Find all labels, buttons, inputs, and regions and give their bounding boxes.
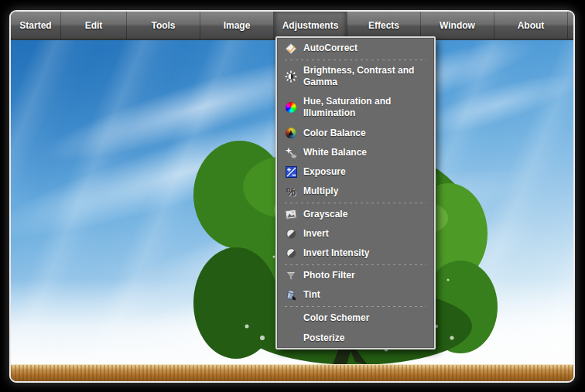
- menu-option-label: Multiply: [303, 186, 427, 197]
- invert-icon: [284, 227, 298, 240]
- menu-option-autocorrect[interactable]: AutoCorrect: [277, 39, 434, 58]
- menu-item-adjustments[interactable]: Adjustments: [273, 12, 347, 39]
- menu-item-effects[interactable]: Effects: [347, 12, 420, 39]
- no-icon: [284, 312, 298, 325]
- menu-option-label: Posterize: [303, 332, 427, 344]
- menu-bar-spacer: [567, 12, 573, 39]
- menu-item-label: Adjustments: [282, 20, 339, 31]
- menu-option-label: Grayscale: [303, 209, 427, 220]
- menu-option-posterize[interactable]: Posterize: [277, 328, 434, 348]
- menu-item-window[interactable]: Window: [420, 12, 494, 39]
- menu-separator: [285, 264, 426, 265]
- adjustments-menu: AutoCorrect Brightness, Contrast and Gam…: [275, 36, 436, 349]
- menu-item-label: Edit: [85, 20, 103, 31]
- tint-icon: [284, 288, 298, 302]
- menu-option-color-schemer[interactable]: Color Schemer: [277, 308, 434, 328]
- menu-bar: Started Edit Tools Image Adjustments Eff…: [11, 12, 573, 39]
- menu-option-tint[interactable]: Tint: [277, 285, 434, 305]
- menu-option-brightness-contrast-gamma[interactable]: Brightness, Contrast and Gamma: [277, 61, 434, 92]
- menu-item-started[interactable]: Started: [11, 12, 60, 39]
- menu-option-label: Hue, Saturation and Illumination: [303, 96, 427, 119]
- menu-item-edit[interactable]: Edit: [60, 12, 126, 39]
- menu-separator: [285, 306, 426, 307]
- menu-option-multiply[interactable]: % Multiply: [277, 182, 434, 201]
- menu-item-label: Window: [440, 20, 475, 31]
- menu-item-label: About: [518, 20, 545, 31]
- menu-item-label: Tools: [151, 20, 175, 31]
- menu-option-invert[interactable]: Invert: [277, 224, 434, 244]
- menu-separator: [285, 60, 426, 60]
- menu-option-label: White Balance: [303, 147, 427, 159]
- menu-option-label: Color Balance: [303, 128, 427, 139]
- hue-saturation-illumination-icon: [284, 101, 298, 114]
- menu-option-grayscale[interactable]: Grayscale: [277, 204, 434, 224]
- menu-item-about[interactable]: About: [494, 12, 567, 39]
- white-balance-icon: [284, 146, 298, 159]
- multiply-icon: %: [284, 185, 298, 198]
- brightness-contrast-gamma-icon: [284, 70, 298, 84]
- no-icon: [284, 332, 298, 345]
- menu-option-label: Tint: [303, 289, 427, 301]
- menu-option-label: Invert Intensity: [303, 247, 427, 259]
- menu-option-color-balance[interactable]: Color Balance: [277, 123, 434, 143]
- photo-filter-icon: [284, 269, 298, 282]
- menu-option-label: Photo Filter: [303, 270, 427, 281]
- invert-intensity-icon: [284, 247, 298, 260]
- menu-option-white-balance[interactable]: White Balance: [277, 143, 434, 162]
- menu-option-label: Exposure: [303, 166, 427, 178]
- menu-option-exposure[interactable]: Exposure: [277, 162, 434, 182]
- screenshot-stage: Started Edit Tools Image Adjustments Eff…: [0, 0, 585, 392]
- menu-option-hue-saturation-illumination[interactable]: Hue, Saturation and Illumination: [277, 92, 434, 123]
- menu-item-image[interactable]: Image: [200, 12, 273, 39]
- menu-item-label: Image: [224, 20, 251, 31]
- menu-option-label: Color Schemer: [303, 312, 427, 324]
- menu-option-label: Brightness, Contrast and Gamma: [303, 65, 427, 88]
- menu-option-label: Invert: [303, 228, 427, 240]
- menu-option-label: AutoCorrect: [303, 43, 427, 54]
- autocorrect-icon: [284, 42, 298, 55]
- exposure-icon: [284, 165, 298, 179]
- menu-item-tools[interactable]: Tools: [126, 12, 200, 39]
- menu-option-photo-filter[interactable]: Photo Filter: [277, 266, 434, 285]
- menu-item-label: Effects: [368, 20, 399, 31]
- menu-option-invert-intensity[interactable]: Invert Intensity: [277, 244, 434, 263]
- menu-item-label: Started: [19, 20, 51, 31]
- color-balance-icon: [284, 127, 298, 140]
- grayscale-icon: [284, 208, 298, 221]
- menu-separator: [285, 203, 426, 203]
- grass-field: [11, 364, 573, 381]
